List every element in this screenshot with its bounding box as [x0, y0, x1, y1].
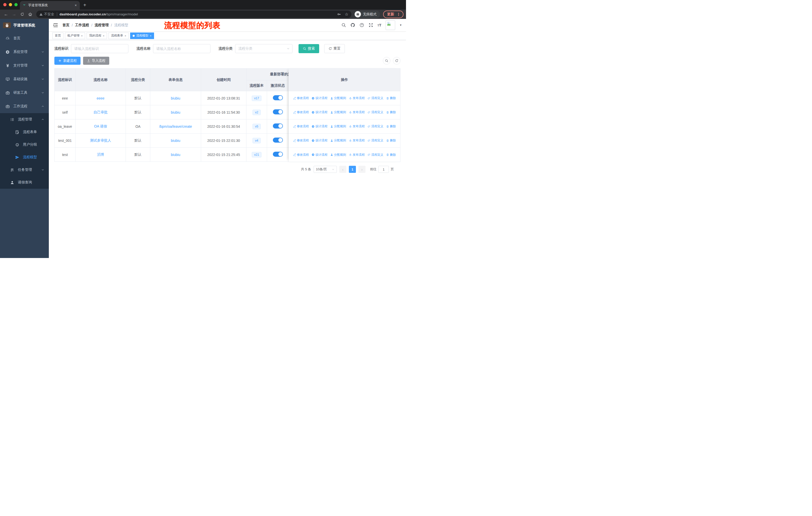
action-设计流程[interactable]: 设计流程: [312, 96, 327, 100]
sidebar-item-系统管理[interactable]: 系统管理: [0, 45, 49, 59]
action-分配规则[interactable]: 分配规则: [330, 124, 346, 129]
prev-page-button[interactable]: ‹: [339, 166, 346, 173]
user-avatar[interactable]: [386, 20, 395, 30]
cell-process-name-link[interactable]: OA 请假: [94, 124, 107, 128]
action-分配规则[interactable]: 分配规则: [330, 138, 346, 143]
cell-process-name-link[interactable]: 测试多审批人: [90, 138, 111, 142]
tag-close-icon[interactable]: ×: [124, 34, 126, 37]
version-badge[interactable]: v5: [253, 124, 261, 129]
action-流程定义[interactable]: 流程定义: [368, 110, 383, 114]
sidebar-item-支付管理[interactable]: 支付管理: [0, 59, 49, 72]
home-button[interactable]: [27, 11, 34, 18]
action-修改流程[interactable]: 修改流程: [293, 153, 309, 157]
active-status-toggle[interactable]: [273, 138, 283, 143]
version-badge[interactable]: v17: [252, 96, 262, 101]
font-size-icon[interactable]: TT: [378, 23, 381, 27]
password-key-icon[interactable]: [337, 12, 341, 17]
version-badge[interactable]: v4: [253, 138, 261, 143]
toggle-search-button[interactable]: [383, 57, 390, 64]
tag-close-icon[interactable]: ×: [81, 34, 83, 37]
browser-update-button[interactable]: 更新 ⋮: [383, 10, 404, 18]
sidebar-item-流程模型[interactable]: 流程模型: [0, 151, 49, 164]
reset-button[interactable]: 重置: [324, 44, 345, 53]
create-process-button[interactable]: 新建流程: [54, 57, 81, 65]
page-size-select[interactable]: 10条/页: [314, 166, 337, 173]
browser-tab[interactable]: 芋道管理系统 ×: [20, 1, 80, 9]
active-status-toggle[interactable]: [273, 109, 283, 114]
sidebar-item-流程表单[interactable]: 流程表单: [0, 126, 49, 138]
process-name-input[interactable]: [153, 44, 210, 53]
forward-button[interactable]: →: [10, 11, 18, 18]
import-process-button[interactable]: 导入流程: [83, 57, 109, 65]
action-流程定义[interactable]: 流程定义: [368, 153, 383, 157]
cell-process-name-link[interactable]: eeee: [97, 96, 105, 100]
refresh-list-button[interactable]: [393, 57, 401, 64]
tab-close-icon[interactable]: ×: [74, 3, 77, 7]
sidebar-item-流程管理[interactable]: 流程管理: [0, 113, 49, 126]
action-发布流程[interactable]: 发布流程: [349, 138, 365, 143]
action-发布流程[interactable]: 发布流程: [349, 96, 365, 100]
cell-process-name-link[interactable]: 滔博: [97, 153, 104, 157]
maximize-window-button[interactable]: [14, 3, 18, 6]
sidebar-item-工作流程[interactable]: 工作流程: [0, 100, 49, 113]
action-分配规则[interactable]: 分配规则: [330, 96, 346, 100]
breadcrumb-item[interactable]: 流程管理: [95, 23, 109, 27]
avatar-caret-icon[interactable]: ▼: [400, 24, 402, 26]
action-流程定义[interactable]: 流程定义: [368, 124, 383, 129]
action-发布流程[interactable]: 发布流程: [349, 153, 365, 157]
process-category-select[interactable]: 流程分类: [235, 44, 292, 53]
sidebar-item-任务管理[interactable]: 任务管理: [0, 164, 49, 176]
sidebar-item-请假查询[interactable]: 请假查询: [0, 176, 49, 189]
view-tag-首页[interactable]: 首页: [52, 32, 63, 39]
version-badge[interactable]: v21: [252, 152, 262, 158]
page-number-1[interactable]: 1: [349, 166, 356, 173]
sidebar-logo[interactable]: 芋道管理系统: [0, 19, 49, 31]
new-tab-button[interactable]: +: [83, 2, 86, 8]
view-tag-我的流程[interactable]: 我的流程 ×: [87, 32, 107, 39]
reload-button[interactable]: [19, 11, 26, 18]
view-tag-租户管理[interactable]: 租户管理 ×: [65, 32, 85, 39]
action-发布流程[interactable]: 发布流程: [349, 124, 365, 129]
close-window-button[interactable]: [3, 3, 6, 6]
sidebar-item-基础设施[interactable]: 基础设施: [0, 72, 49, 86]
security-indicator[interactable]: 不安全: [39, 12, 54, 17]
next-page-button[interactable]: ›: [358, 166, 366, 173]
browser-menu-icon[interactable]: ⋮: [397, 12, 401, 17]
version-badge[interactable]: v2: [253, 110, 261, 115]
address-bar[interactable]: 不安全 dashboard.yudao.iocoder.cn/bpm/manag…: [36, 10, 351, 18]
back-button[interactable]: ←: [2, 11, 9, 18]
bookmark-star-icon[interactable]: ☆: [345, 12, 348, 17]
cell-form-link[interactable]: biubiu: [171, 139, 180, 143]
action-流程定义[interactable]: 流程定义: [368, 96, 383, 100]
active-status-toggle[interactable]: [273, 95, 283, 100]
fullscreen-icon[interactable]: [369, 23, 373, 27]
sidebar-item-首页[interactable]: 首页: [0, 31, 49, 45]
action-删除[interactable]: 删除: [386, 153, 396, 157]
search-button[interactable]: 搜索: [298, 44, 319, 53]
github-icon[interactable]: [350, 23, 355, 27]
goto-page-input[interactable]: [378, 166, 389, 173]
cell-form-link[interactable]: biubiu: [171, 153, 180, 157]
active-status-toggle[interactable]: [273, 152, 283, 157]
action-分配规则[interactable]: 分配规则: [330, 110, 346, 114]
action-分配规则[interactable]: 分配规则: [330, 153, 346, 157]
action-删除[interactable]: 删除: [386, 96, 396, 100]
tag-close-icon[interactable]: ×: [103, 34, 104, 37]
action-修改流程[interactable]: 修改流程: [293, 138, 309, 143]
process-key-input[interactable]: [71, 44, 128, 53]
view-tag-流程表单[interactable]: 流程表单 ×: [109, 32, 128, 39]
sidebar-item-用户分组[interactable]: 用户分组: [0, 138, 49, 151]
action-发布流程[interactable]: 发布流程: [349, 110, 365, 114]
view-tag-流程模型[interactable]: 流程模型 ×: [130, 32, 154, 39]
action-修改流程[interactable]: 修改流程: [293, 96, 309, 100]
cell-form-link[interactable]: /bpm/oa/leave/create: [159, 125, 192, 129]
action-删除[interactable]: 删除: [386, 110, 396, 114]
cell-process-name-link[interactable]: 自己审批: [94, 110, 108, 114]
action-修改流程[interactable]: 修改流程: [293, 124, 309, 129]
minimize-window-button[interactable]: [9, 3, 12, 6]
cell-form-link[interactable]: biubiu: [171, 110, 180, 114]
active-status-toggle[interactable]: [273, 124, 283, 129]
cell-form-link[interactable]: biubiu: [171, 96, 180, 100]
breadcrumb-item[interactable]: 工作流程: [75, 23, 89, 27]
help-icon[interactable]: [359, 23, 364, 27]
